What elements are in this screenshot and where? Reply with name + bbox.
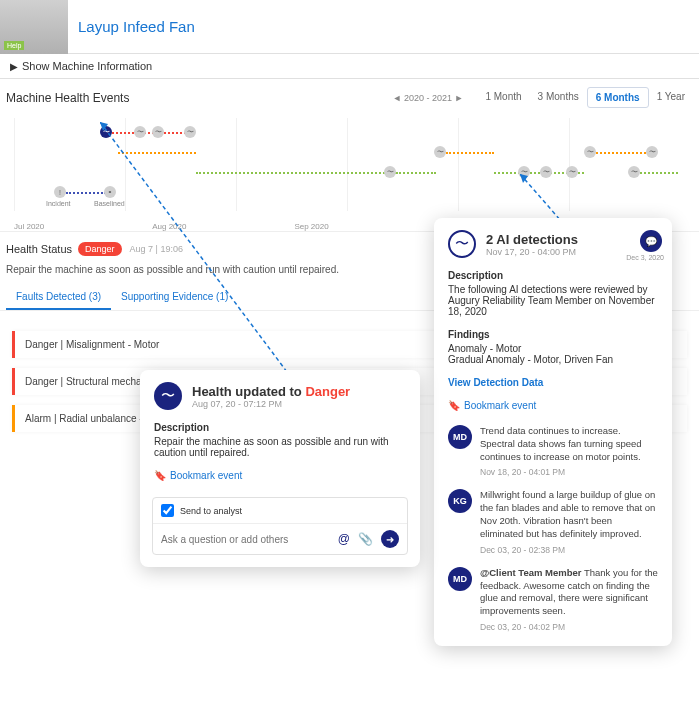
comment-text: Trend data continues to increase. Spectr… <box>480 425 658 463</box>
timeline[interactable]: 〜 〜 〜 〜 〜 〜 〜 〜 〜 〜 〜 〜 ! ⚬ Incident Bas… <box>0 112 699 232</box>
help-tag[interactable]: Help <box>4 41 24 50</box>
tab-evidence[interactable]: Supporting Evidence (1) <box>111 285 238 310</box>
notif-date: Dec 3, 2020 <box>626 254 664 261</box>
finding-item: Anomaly - Motor <box>448 343 658 354</box>
chat-icon[interactable]: 💬 <box>640 230 662 252</box>
comment: MD Trend data continues to increase. Spe… <box>434 417 672 463</box>
expand-label: Show Machine Information <box>22 60 152 72</box>
comment-timestamp: Nov 18, 20 - 04:01 PM <box>434 463 672 481</box>
popup-ai-detections: 💬 Dec 3, 2020 〜 2 AI detections Nov 17, … <box>434 218 672 646</box>
bookmark-event-link[interactable]: 🔖 Bookmark event <box>448 400 658 411</box>
date-range-display[interactable]: ◄ 2020 - 2021 ► <box>393 93 464 103</box>
send-to-analyst-checkbox[interactable] <box>161 504 174 517</box>
send-button[interactable]: ➜ <box>381 530 399 548</box>
timeline-marker[interactable]: 〜 <box>134 126 146 138</box>
comment-input[interactable] <box>161 534 338 545</box>
view-detection-data-link[interactable]: View Detection Data <box>448 377 658 388</box>
status-badge: Danger <box>78 242 122 256</box>
timeline-event-marker[interactable]: 〜 <box>100 126 112 138</box>
popup-timestamp: Nov 17, 20 - 04:00 PM <box>486 247 578 257</box>
avatar: MD <box>448 425 472 449</box>
send-box: Send to analyst @ 📎 ➜ <box>152 497 408 555</box>
description-text: The following AI detections were reviewe… <box>448 284 658 317</box>
events-title: Machine Health Events <box>6 91 129 105</box>
machine-thumbnail: Help <box>0 0 68 54</box>
comment-text: Millwright found a large buildup of glue… <box>480 489 658 540</box>
description-label: Description <box>154 422 406 433</box>
avatar: KG <box>448 489 472 513</box>
description-label: Description <box>448 270 658 281</box>
description-text: Repair the machine as soon as possible a… <box>154 436 406 458</box>
popup-health-update: 〜 Health updated to Danger Aug 07, 20 - … <box>140 370 420 567</box>
header: Help Layup Infeed Fan <box>0 0 699 54</box>
comment: KG Millwright found a large buildup of g… <box>434 481 672 540</box>
range-1year[interactable]: 1 Year <box>649 87 693 108</box>
send-to-analyst-label: Send to analyst <box>180 506 242 516</box>
expand-machine-info[interactable]: ▶ Show Machine Information <box>0 54 699 79</box>
timeline-marker-incident[interactable]: ! <box>54 186 66 198</box>
comment: MD @Client Team Member Thank you for the… <box>434 559 672 618</box>
timeline-marker[interactable]: 〜 <box>184 126 196 138</box>
timeline-marker[interactable]: 〜 <box>540 166 552 178</box>
popup-title: Health updated to Danger <box>192 384 350 399</box>
attachment-icon[interactable]: 📎 <box>358 532 373 546</box>
comment-timestamp: Dec 03, 20 - 04:02 PM <box>434 618 672 636</box>
bookmark-icon: 🔖 <box>448 400 460 411</box>
health-status-label: Health Status <box>6 243 72 255</box>
range-tabs: 1 Month 3 Months 6 Months 1 Year <box>477 87 693 108</box>
bookmark-event-link[interactable]: 🔖 Bookmark event <box>154 470 406 481</box>
range-6months[interactable]: 6 Months <box>587 87 649 108</box>
finding-item: Gradual Anomaly - Motor, Driven Fan <box>448 354 658 365</box>
page-title: Layup Infeed Fan <box>78 18 195 35</box>
health-status-timestamp: Aug 7 | 19:06 <box>130 244 183 254</box>
wave-icon: 〜 <box>448 230 476 258</box>
popup-timestamp: Aug 07, 20 - 07:12 PM <box>192 399 350 409</box>
marker-label-incident: Incident <box>46 200 71 207</box>
timeline-marker[interactable]: 〜 <box>628 166 640 178</box>
timeline-marker[interactable]: 〜 <box>584 146 596 158</box>
avatar: MD <box>448 567 472 591</box>
timeline-marker[interactable]: 〜 <box>566 166 578 178</box>
timeline-marker-baselined[interactable]: ⚬ <box>104 186 116 198</box>
range-3months[interactable]: 3 Months <box>530 87 587 108</box>
events-header: Machine Health Events ◄ 2020 - 2021 ► 1 … <box>0 79 699 112</box>
timeline-marker[interactable]: 〜 <box>434 146 446 158</box>
marker-label-baselined: Baselined <box>94 200 125 207</box>
tab-faults[interactable]: Faults Detected (3) <box>6 285 111 310</box>
timeline-marker[interactable]: 〜 <box>152 126 164 138</box>
timeline-marker[interactable]: 〜 <box>518 166 530 178</box>
range-1month[interactable]: 1 Month <box>477 87 529 108</box>
popup-title: 2 AI detections <box>486 232 578 247</box>
timeline-marker[interactable]: 〜 <box>384 166 396 178</box>
timeline-marker[interactable]: 〜 <box>646 146 658 158</box>
comment-text: @Client Team Member Thank you for the fe… <box>480 567 658 618</box>
wave-icon: 〜 <box>154 382 182 410</box>
mention-icon[interactable]: @ <box>338 532 350 546</box>
bookmark-icon: 🔖 <box>154 470 166 481</box>
findings-label: Findings <box>448 329 658 340</box>
comment-timestamp: Dec 03, 20 - 02:38 PM <box>434 541 672 559</box>
chevron-right-icon: ▶ <box>10 61 18 72</box>
